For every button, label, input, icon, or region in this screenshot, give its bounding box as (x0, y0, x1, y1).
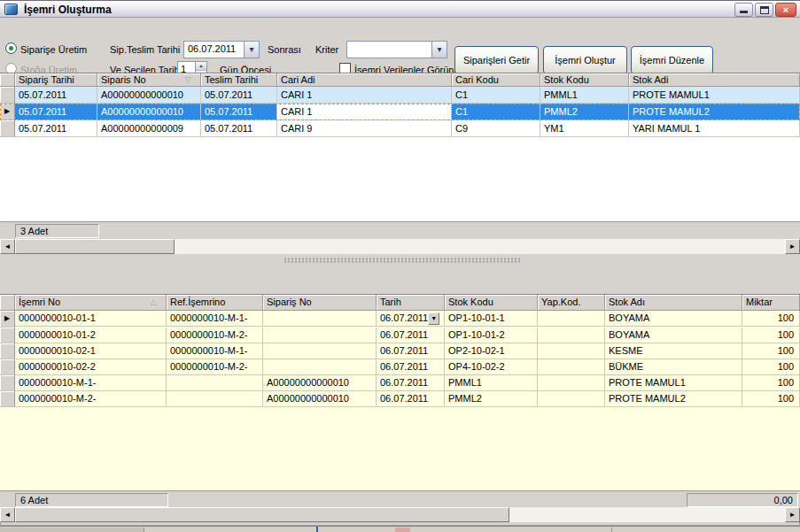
scroll-right-icon[interactable]: ► (785, 239, 800, 254)
cell[interactable]: 100 (742, 343, 800, 359)
workorders-horizontal-scrollbar[interactable]: ◄ ► (0, 507, 800, 522)
cell[interactable]: 0000000010-M-1- (167, 343, 263, 359)
cell-inline-editor[interactable]: CARI 1 (277, 104, 452, 120)
column-header-stok-kodu[interactable]: Stok Kodu (540, 73, 629, 87)
cell[interactable]: 05.07.2011 (15, 120, 97, 137)
cell[interactable] (538, 343, 605, 359)
table-row[interactable]: 0000000010-M-2- A00000000000010 06.07.20… (0, 391, 800, 407)
dropdown-arrow-icon[interactable]: ▼ (428, 312, 439, 325)
cell[interactable]: YM1 (540, 120, 629, 137)
chevron-down-icon[interactable]: ▾ (244, 42, 259, 58)
isemri-olustur-button[interactable]: İşemri Oluştur (543, 46, 627, 74)
maximize-button[interactable] (755, 3, 773, 17)
radio-siparise-uretim[interactable] (5, 42, 17, 54)
cell[interactable]: YARI MAMUL 1 (629, 120, 800, 137)
cell[interactable] (538, 311, 605, 327)
sip-teslim-tarihi-combobox[interactable]: 06.07.2011 ▾ (183, 41, 260, 58)
title-bar[interactable]: İşemri Oluşturma × (0, 0, 800, 18)
orders-horizontal-scrollbar[interactable]: ◄ ► (0, 239, 800, 254)
table-row-current[interactable]: ▶ 0000000010-01-1 0000000010-M-1- 06.07.… (0, 311, 800, 328)
cell[interactable] (167, 375, 263, 391)
scrollbar-thumb[interactable] (15, 507, 509, 522)
cell[interactable]: PMML2 (445, 391, 538, 407)
cell[interactable]: BOYAMA (605, 328, 742, 343)
cell[interactable]: 0000000010-02-2 (15, 359, 167, 375)
scrollbar-thumb[interactable] (15, 239, 175, 254)
kriter-combobox[interactable]: ▾ (346, 41, 447, 58)
cell[interactable] (263, 359, 377, 375)
cell[interactable]: 0000000010-M-1- (167, 311, 263, 327)
cell[interactable]: A00000000000010 (97, 104, 201, 120)
column-header-siparis-no[interactable]: ▽Siparis No (97, 73, 201, 87)
cell[interactable]: 05.07.2011 (201, 87, 277, 104)
cell[interactable]: C9 (452, 120, 540, 137)
cell[interactable] (167, 391, 263, 407)
minimize-button[interactable] (734, 3, 753, 17)
table-row[interactable]: 0000000010-M-1- A00000000000010 06.07.20… (0, 375, 800, 391)
scroll-right-icon[interactable]: ► (785, 507, 800, 522)
cell[interactable] (263, 311, 377, 327)
cell[interactable]: PROTE MAMUL1 (605, 375, 742, 391)
cell[interactable] (538, 359, 605, 375)
table-row-selected[interactable]: ▶ 05.07.2011 A00000000000010 05.07.2011 … (0, 104, 800, 120)
cell[interactable]: PMML1 (445, 375, 538, 391)
cell[interactable]: A00000000000010 (263, 391, 377, 407)
cell[interactable]: BOYAMA (605, 311, 742, 327)
cell[interactable]: 05.07.2011 (15, 87, 97, 104)
cell[interactable]: PMML1 (540, 87, 629, 104)
cell[interactable]: 0000000010-02-1 (15, 343, 167, 359)
cell[interactable]: BÜKME (605, 359, 742, 375)
table-row[interactable]: 0000000010-02-1 0000000010-M-1- 06.07.20… (0, 343, 800, 359)
column-header-isemri-no[interactable]: △İşemri No (15, 295, 167, 311)
chevron-down-icon[interactable]: ▾ (431, 42, 447, 58)
cell[interactable]: 05.07.2011 (201, 104, 277, 120)
cell[interactable]: 0000000010-M-2- (167, 359, 263, 375)
isemri-duzenle-button[interactable]: İşemri Düzenle (631, 46, 713, 74)
scroll-left-icon[interactable]: ◄ (0, 507, 15, 522)
cell[interactable]: OP2-10-02-1 (445, 343, 538, 359)
cell[interactable]: 0000000010-M-2- (15, 391, 167, 407)
column-header-miktar[interactable]: Miktar (742, 295, 800, 311)
cell[interactable]: 100 (742, 311, 800, 327)
cell[interactable]: 100 (742, 375, 800, 391)
cell[interactable]: OP1-10-01-1 (445, 311, 538, 327)
cell[interactable]: OP1-10-01-2 (445, 328, 538, 343)
cell[interactable]: C1 (452, 104, 540, 120)
cell[interactable] (538, 375, 605, 391)
cell-date-editor[interactable]: 06.07.2011 ▼ (377, 311, 445, 327)
column-header-siparis-no[interactable]: Sipariş No (263, 295, 377, 311)
cell[interactable]: 06.07.2011 (377, 391, 445, 407)
cell[interactable]: 0000000010-01-2 (15, 328, 167, 343)
splitter-handle[interactable] (0, 254, 800, 266)
cell[interactable]: 100 (742, 359, 800, 375)
cell[interactable] (538, 391, 605, 407)
cell[interactable]: 06.07.2011 (377, 375, 445, 391)
column-header-stok-adi[interactable]: Stok Adı (605, 295, 742, 311)
cell[interactable]: C1 (452, 87, 540, 104)
close-button[interactable]: × (775, 3, 796, 17)
siparisleri-getir-button[interactable]: Siparişleri Getir (454, 46, 539, 74)
cell[interactable]: A00000000000010 (97, 87, 201, 104)
column-header-cari-kodu[interactable]: Cari Kodu (452, 73, 540, 87)
cell[interactable]: 06.07.2011 (377, 343, 445, 359)
cell[interactable]: PMML2 (540, 104, 629, 120)
cell[interactable]: 06.07.2011 (377, 359, 445, 375)
column-header-teslim-tarihi[interactable]: Teslim Tarihi (201, 73, 277, 87)
cell[interactable]: PROTE MAMUL2 (629, 104, 800, 120)
spin-up-icon[interactable]: ▲ (196, 62, 206, 71)
cell[interactable]: 100 (742, 328, 800, 343)
cell[interactable]: CARI 1 (277, 87, 452, 104)
cell[interactable]: 100 (742, 391, 800, 407)
cell[interactable]: A00000000000009 (97, 120, 201, 137)
column-header-cari-adi[interactable]: Cari Adi (277, 73, 452, 87)
cell[interactable]: 05.07.2011 (201, 120, 277, 137)
cell[interactable]: CARI 9 (277, 120, 452, 137)
table-row[interactable]: 0000000010-01-2 0000000010-M-2- 06.07.20… (0, 328, 800, 343)
column-header-ref-isemrino[interactable]: Ref.İşemrino (167, 295, 263, 311)
table-row[interactable]: 05.07.2011 A00000000000009 05.07.2011 CA… (0, 120, 800, 137)
cell[interactable] (263, 343, 377, 359)
table-row[interactable]: 05.07.2011 A00000000000010 05.07.2011 CA… (0, 87, 800, 104)
column-header-stok-kodu[interactable]: Stok Kodu (445, 295, 538, 311)
cell[interactable]: 0000000010-M-2- (167, 328, 263, 343)
cell[interactable]: 06.07.2011 (377, 328, 445, 343)
